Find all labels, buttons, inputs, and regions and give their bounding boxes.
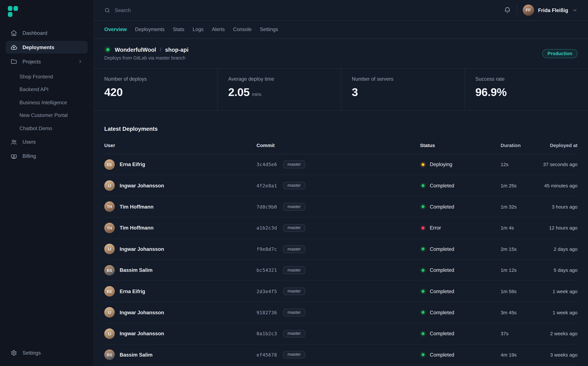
search-box[interactable] [104,7,262,13]
status-label: Completed [430,289,454,294]
deployment-duration: 1m 4s [501,225,542,231]
user-avatar: IJ [104,180,115,191]
topbar-divider [517,5,517,15]
deployment-row[interactable]: EEErna Eifrig3c4d5e6masterDeploying12s37… [104,154,578,175]
status-dot [420,331,426,336]
deployment-user: Tim Hoffmann [120,204,153,210]
deployment-row[interactable]: THTim Hoffmann7d8c9b0masterCompleted1m 3… [104,196,578,217]
deployment-user: Ingwar Johansson [120,246,164,252]
deployment-duration: 4m 19s [501,352,542,358]
sidebar-item-dashboard[interactable]: Dashboard [6,27,88,39]
project-header: WonderfulWool / shop-api Deploys from Gi… [94,38,588,69]
deployment-row[interactable]: BSBassim Salimbc54321masterCompleted1m 1… [104,260,578,281]
branch-badge: master [283,330,305,337]
stat-card-number-of-servers: Number of servers3 [341,69,464,110]
tab-logs[interactable]: Logs [193,27,204,32]
search-icon [104,7,110,13]
commit-hash[interactable]: bc54321 [257,267,277,273]
deployment-row[interactable]: EEErna Eifrig2d3e4f5masterCompleted1m 56… [104,281,578,302]
stat-value: 2.05mins [228,85,330,101]
status-dot [420,352,426,358]
breadcrumb-org[interactable]: WonderfulWool [115,46,156,53]
tab-overview[interactable]: Overview [104,27,127,32]
stat-value: 96.9% [475,85,577,99]
sidebar-subitem-business-intelligence[interactable]: Business Intelligence [6,96,88,109]
status-label: Error [430,225,441,231]
search-input[interactable] [115,7,262,13]
user-menu[interactable]: FF Frida Fleißig [523,5,577,16]
sidebar-item-deployments[interactable]: Deployments [6,41,88,53]
deployment-duration: 1m 12s [501,267,542,273]
home-icon [11,30,17,36]
deployment-time: 5 days ago [542,267,578,273]
deployment-time: 1 week ago [542,289,578,294]
stat-label: Average deploy time [228,76,330,82]
sidebar-item-projects[interactable]: Projects [6,55,88,68]
app-logo-icon[interactable] [8,6,93,17]
commit-hash[interactable]: 4f2e8a1 [257,183,277,189]
sidebar-item-label: Users [23,139,36,145]
deployment-user: Tim Hoffmann [120,225,153,231]
status-label: Completed [430,352,454,358]
branch-badge: master [283,266,305,274]
user-avatar: IJ [104,307,115,318]
sidebar-item-users[interactable]: Users [6,136,88,148]
breadcrumb: WonderfulWool / shop-api [104,46,189,53]
commit-hash[interactable]: 7d8c9b0 [257,204,277,210]
tab-deployments[interactable]: Deployments [135,27,165,32]
commit-hash[interactable]: 9182736 [257,310,277,315]
deployment-duration: 1m 56s [501,289,542,294]
sidebar-subitem-new-customer-portal[interactable]: New Customer Portal [6,109,88,122]
commit-hash[interactable]: 2d3e4f5 [257,289,277,294]
commit-hash[interactable]: 0a1b2c3 [257,331,277,336]
deployment-duration: 12s [501,162,542,167]
status-dot [420,288,426,294]
deployment-row[interactable]: BSBassim Salimef45678masterCompleted4m 1… [104,344,578,366]
cloud-upload-icon [11,44,17,51]
sidebar-item-billing[interactable]: Billing [6,150,88,162]
deployment-row[interactable]: IJIngwar Johansson9182736masterCompleted… [104,302,578,323]
tab-console[interactable]: Console [233,27,252,32]
deployment-duration: 37s [501,331,542,336]
deployment-duration: 2m 15s [501,246,542,252]
sidebar-footer: Settings [0,346,93,366]
stat-card-success-rate: Success rate96.9% [465,69,588,110]
status-label: Deploying [430,162,452,167]
stat-card-number-of-deploys: Number of deploys420 [94,69,217,110]
deployment-row[interactable]: IJIngwar Johansson0a1b2c3masterCompleted… [104,323,578,344]
section-title: Latest Deployments [104,126,578,132]
sidebar-nav: DashboardDeploymentsProjectsShop Fronten… [0,27,93,164]
stat-card-average-deploy-time: Average deploy time2.05mins [217,69,341,110]
deployment-row[interactable]: IJIngwar Johansson4f2e8a1masterCompleted… [104,175,578,196]
topbar: FF Frida Fleißig [94,0,588,21]
commit-hash[interactable]: ef45678 [257,352,277,358]
column-header-commit: Commit [257,143,420,148]
deployments-section: Latest Deployments UserCommitStatusDurat… [94,111,588,366]
user-avatar: BS [104,265,115,275]
user-avatar: TH [104,202,115,212]
sidebar-subitem-chatbot-demo[interactable]: Chatbot Demo [6,122,88,135]
stat-suffix: mins [252,92,261,97]
sidebar-item-settings[interactable]: Settings [6,346,88,359]
sidebar-subitem-backend-api[interactable]: Backend API [6,83,88,96]
sidebar-subitem-shop-frontend[interactable]: Shop Frontend [6,70,88,83]
breadcrumb-repo[interactable]: shop-api [165,46,189,53]
commit-hash[interactable]: a1b2c3d [257,225,277,231]
stat-label: Number of servers [352,76,454,82]
branch-badge: master [283,203,305,211]
tab-stats[interactable]: Stats [173,27,184,32]
deployment-row[interactable]: THTim Hoffmanna1b2c3dmasterError1m 4s12 … [104,217,578,239]
deployment-user: Ingwar Johansson [120,183,164,189]
commit-hash[interactable]: 3c4d5e6 [257,162,277,167]
sidebar-item-label: Deployments [23,44,54,50]
tab-alerts[interactable]: Alerts [212,27,225,32]
user-avatar: IJ [104,244,115,254]
status-label: Completed [430,310,454,315]
tab-settings[interactable]: Settings [260,27,278,32]
deployment-user: Erna Eifrig [120,162,145,167]
deployment-user: Erna Eifrig [120,289,145,294]
deployment-row[interactable]: IJIngwar Johanssonf9e8d7cmasterCompleted… [104,239,578,260]
deployment-user: Ingwar Johansson [120,331,164,336]
commit-hash[interactable]: f9e8d7c [257,246,277,252]
billing-icon [11,153,17,160]
